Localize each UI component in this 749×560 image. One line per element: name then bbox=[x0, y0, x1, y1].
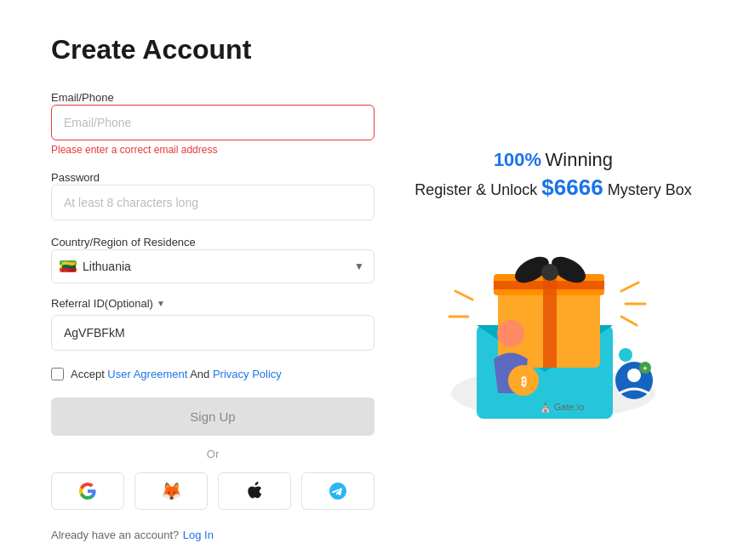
email-error: Please enter a correct email address bbox=[51, 144, 374, 156]
svg-point-16 bbox=[497, 320, 524, 347]
terms-checkbox[interactable] bbox=[51, 368, 64, 380]
apple-icon bbox=[247, 482, 262, 500]
referral-form-group: Referral ID(Optional) ▼ bbox=[51, 297, 374, 351]
svg-text:₿: ₿ bbox=[521, 374, 527, 388]
signup-button[interactable]: Sign Up bbox=[51, 397, 374, 436]
svg-line-10 bbox=[621, 283, 638, 291]
svg-line-13 bbox=[455, 291, 472, 300]
referral-arrow-icon: ▼ bbox=[157, 299, 165, 308]
google-icon bbox=[79, 483, 96, 500]
or-divider: Or bbox=[51, 448, 374, 460]
promo-line-2: Register & Unlock $6666 Mystery Box bbox=[415, 174, 691, 201]
referral-toggle[interactable]: Referral ID(Optional) ▼ bbox=[51, 297, 374, 310]
user-agreement-link[interactable]: User Agreement bbox=[107, 368, 187, 380]
country-label: Country/Region of Residence bbox=[51, 236, 196, 249]
country-select[interactable]: Lithuania United States United Kingdom G… bbox=[51, 249, 374, 283]
telegram-icon bbox=[329, 483, 346, 500]
privacy-policy-link[interactable]: Privacy Policy bbox=[213, 368, 282, 380]
terms-checkbox-row: Accept User Agreement And Privacy Policy bbox=[51, 368, 374, 380]
main-container: Create Account Email/Phone Please enter … bbox=[0, 0, 749, 560]
promo-text: 100% Winning Register & Unlock $6666 Mys… bbox=[415, 149, 691, 201]
svg-rect-6 bbox=[494, 281, 604, 289]
country-form-group: Country/Region of Residence 🇱🇹 Lithuania… bbox=[51, 234, 374, 283]
password-form-group: Password bbox=[51, 169, 374, 220]
lithuania-flag: 🇱🇹 bbox=[60, 260, 77, 272]
apple-login-button[interactable] bbox=[218, 472, 291, 510]
right-panel: 100% Winning Register & Unlock $6666 Mys… bbox=[409, 34, 698, 542]
svg-point-9 bbox=[541, 264, 558, 281]
svg-line-12 bbox=[621, 317, 637, 325]
terms-label[interactable]: Accept User Agreement And Privacy Policy bbox=[71, 368, 282, 380]
promo-winning: Winning bbox=[546, 149, 613, 170]
password-input[interactable] bbox=[51, 185, 374, 220]
login-link[interactable]: Log In bbox=[183, 529, 214, 541]
password-label: Password bbox=[51, 171, 100, 184]
google-login-button[interactable] bbox=[51, 472, 124, 510]
left-panel: Create Account Email/Phone Please enter … bbox=[51, 34, 374, 542]
metamask-login-button[interactable]: 🦊 bbox=[134, 472, 208, 510]
gift-svg: ₿ ⛪ Gate.io + bbox=[426, 223, 681, 444]
svg-point-15 bbox=[619, 348, 632, 362]
country-select-wrapper: 🇱🇹 Lithuania United States United Kingdo… bbox=[51, 249, 374, 283]
email-input[interactable] bbox=[51, 105, 374, 140]
svg-point-21 bbox=[627, 369, 641, 382]
telegram-login-button[interactable] bbox=[301, 472, 374, 510]
promo-amount: $6666 bbox=[541, 174, 603, 200]
promo-highlight: 100% bbox=[494, 149, 541, 170]
referral-input[interactable] bbox=[51, 315, 374, 351]
already-account-row: Already have an account? Log In bbox=[51, 527, 374, 542]
email-form-group: Email/Phone Please enter a correct email… bbox=[51, 89, 374, 156]
metamask-icon: 🦊 bbox=[161, 481, 182, 501]
svg-text:+: + bbox=[643, 364, 647, 373]
svg-text:⛪ Gate.io: ⛪ Gate.io bbox=[540, 401, 585, 413]
promo-line-1: 100% Winning bbox=[415, 149, 691, 171]
email-label: Email/Phone bbox=[51, 91, 114, 104]
page-title: Create Account bbox=[51, 34, 374, 66]
social-buttons-row: 🦊 bbox=[51, 472, 374, 510]
gift-illustration: ₿ ⛪ Gate.io + bbox=[426, 223, 681, 444]
